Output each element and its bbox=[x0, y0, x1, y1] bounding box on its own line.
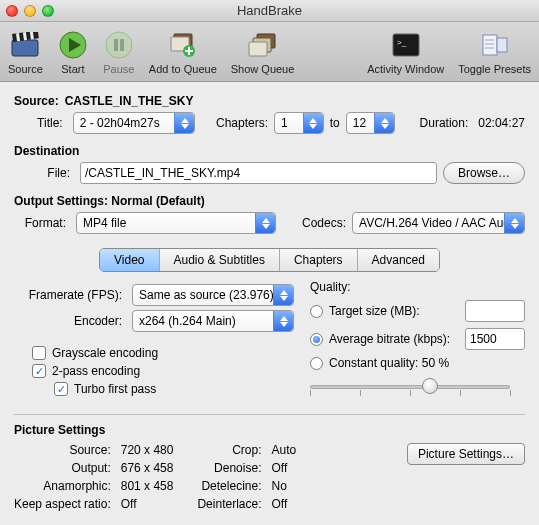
chapter-from-value: 1 bbox=[281, 116, 288, 130]
encoder-value: x264 (h.264 Main) bbox=[139, 314, 236, 328]
svg-rect-9 bbox=[120, 39, 124, 51]
framerate-select[interactable]: Same as source (23.976) bbox=[132, 284, 294, 306]
chapter-from-select[interactable]: 1 bbox=[274, 112, 324, 134]
pic-anamorphic-label: Anamorphic: bbox=[14, 479, 111, 493]
codecs-select[interactable]: AVC/H.264 Video / AAC Audio bbox=[352, 212, 525, 234]
pic-aspect-value: Off bbox=[121, 497, 174, 511]
format-select[interactable]: MP4 file bbox=[76, 212, 276, 234]
chevron-updown-icon bbox=[504, 213, 524, 233]
chapter-to-value: 12 bbox=[353, 116, 366, 130]
pic-crop-value: Auto bbox=[271, 443, 296, 457]
output-settings-heading: Output Settings: Normal (Default) bbox=[14, 194, 525, 208]
chevron-updown-icon bbox=[374, 113, 394, 133]
source-label: Source: bbox=[14, 94, 59, 108]
start-button[interactable]: Start bbox=[57, 29, 89, 75]
svg-text:>_: >_ bbox=[397, 38, 407, 47]
grayscale-label: Grayscale encoding bbox=[52, 346, 158, 360]
video-settings-column: Framerate (FPS): Same as source (23.976)… bbox=[14, 280, 294, 400]
file-path-input[interactable] bbox=[85, 166, 432, 180]
title-select[interactable]: 2 - 02h04m27s bbox=[73, 112, 196, 134]
pic-output-label: Output: bbox=[14, 461, 111, 475]
pic-anamorphic-value: 801 x 458 bbox=[121, 479, 174, 493]
framerate-label: Framerate (FPS): bbox=[14, 288, 126, 302]
title-value: 2 - 02h04m27s bbox=[80, 116, 160, 130]
format-value: MP4 file bbox=[83, 216, 126, 230]
file-path-field[interactable] bbox=[80, 162, 437, 184]
grayscale-check-row[interactable]: Grayscale encoding bbox=[32, 346, 294, 360]
quality-heading: Quality: bbox=[310, 280, 525, 294]
pause-button[interactable]: Pause bbox=[103, 29, 135, 75]
svg-rect-21 bbox=[497, 38, 507, 52]
settings-tabs: Video Audio & Subtitles Chapters Advance… bbox=[99, 248, 440, 272]
chevron-updown-icon bbox=[255, 213, 275, 233]
browse-label: Browse… bbox=[458, 166, 510, 180]
avg-bitrate-field[interactable] bbox=[465, 328, 525, 350]
chevron-updown-icon bbox=[303, 113, 323, 133]
toolbar: Source Start Pause Add to Queue Show Que… bbox=[0, 22, 539, 82]
start-label: Start bbox=[61, 63, 84, 75]
picture-settings-button[interactable]: Picture Settings… bbox=[407, 443, 525, 465]
pic-denoise-value: Off bbox=[271, 461, 296, 475]
checkbox-checked-icon: ✓ bbox=[32, 364, 46, 378]
clapperboard-icon bbox=[9, 29, 41, 61]
duration-label: Duration: bbox=[420, 116, 469, 130]
chapter-to-select[interactable]: 12 bbox=[346, 112, 396, 134]
chevron-updown-icon bbox=[273, 285, 293, 305]
destination-heading: Destination bbox=[14, 144, 525, 158]
pic-output-value: 676 x 458 bbox=[121, 461, 174, 475]
avg-bitrate-radio-row[interactable]: Average bitrate (kbps): bbox=[310, 328, 525, 350]
turbo-check-row[interactable]: ✓ Turbo first pass bbox=[54, 382, 294, 396]
source-name: CASTLE_IN_THE_SKY bbox=[65, 94, 194, 108]
pic-detelecine-value: No bbox=[271, 479, 296, 493]
svg-rect-20 bbox=[483, 35, 497, 55]
tab-video[interactable]: Video bbox=[100, 249, 159, 271]
slider-knob[interactable] bbox=[422, 378, 438, 394]
source-label: Source bbox=[8, 63, 43, 75]
format-label: Format: bbox=[14, 216, 70, 230]
target-size-field[interactable] bbox=[465, 300, 525, 322]
pic-crop-label: Crop: bbox=[197, 443, 261, 457]
source-button[interactable]: Source bbox=[8, 29, 43, 75]
tab-chapters[interactable]: Chapters bbox=[280, 249, 358, 271]
duration-value: 02:04:27 bbox=[478, 116, 525, 130]
pic-source-value: 720 x 480 bbox=[121, 443, 174, 457]
pic-detelecine-label: Detelecine: bbox=[197, 479, 261, 493]
add-queue-label: Add to Queue bbox=[149, 63, 217, 75]
quality-column: Quality: Target size (MB): Average bitra… bbox=[310, 280, 525, 400]
window-title: HandBrake bbox=[0, 3, 539, 18]
pic-aspect-label: Keep aspect ratio: bbox=[14, 497, 111, 511]
pause-label: Pause bbox=[103, 63, 134, 75]
pic-deinterlace-value: Off bbox=[271, 497, 296, 511]
content: Source: CASTLE_IN_THE_SKY Title: 2 - 02h… bbox=[0, 82, 539, 525]
svg-rect-8 bbox=[114, 39, 118, 51]
toggle-presets-button[interactable]: Toggle Presets bbox=[458, 29, 531, 75]
radio-icon bbox=[310, 357, 323, 370]
target-size-radio-row[interactable]: Target size (MB): bbox=[310, 300, 525, 322]
constant-quality-radio-row[interactable]: Constant quality: 50 % bbox=[310, 356, 525, 370]
codecs-label: Codecs: bbox=[302, 216, 346, 230]
activity-label: Activity Window bbox=[367, 63, 444, 75]
quality-slider[interactable] bbox=[310, 376, 510, 396]
avg-bitrate-label: Average bitrate (kbps): bbox=[329, 332, 450, 346]
show-queue-button[interactable]: Show Queue bbox=[231, 29, 295, 75]
encoder-select[interactable]: x264 (h.264 Main) bbox=[132, 310, 294, 332]
checkbox-checked-icon: ✓ bbox=[54, 382, 68, 396]
browse-button[interactable]: Browse… bbox=[443, 162, 525, 184]
picture-settings: Picture Settings Source: 720 x 480 Outpu… bbox=[14, 414, 525, 511]
tab-advanced[interactable]: Advanced bbox=[358, 249, 439, 271]
title-label: Title: bbox=[14, 116, 67, 130]
avg-bitrate-input[interactable] bbox=[470, 332, 520, 346]
framerate-value: Same as source (23.976) bbox=[139, 288, 274, 302]
constant-quality-label: Constant quality: 50 % bbox=[329, 356, 449, 370]
svg-point-7 bbox=[106, 32, 132, 58]
pic-deinterlace-label: Deinterlace: bbox=[197, 497, 261, 511]
pic-denoise-label: Denoise: bbox=[197, 461, 261, 475]
file-label: File: bbox=[14, 166, 74, 180]
tab-audio-subtitles[interactable]: Audio & Subtitles bbox=[160, 249, 280, 271]
twopass-check-row[interactable]: ✓ 2-pass encoding bbox=[32, 364, 294, 378]
add-queue-icon bbox=[167, 29, 199, 61]
picture-settings-button-label: Picture Settings… bbox=[418, 447, 514, 461]
chevron-updown-icon bbox=[174, 113, 194, 133]
activity-window-button[interactable]: >_ Activity Window bbox=[367, 29, 444, 75]
add-to-queue-button[interactable]: Add to Queue bbox=[149, 29, 217, 75]
